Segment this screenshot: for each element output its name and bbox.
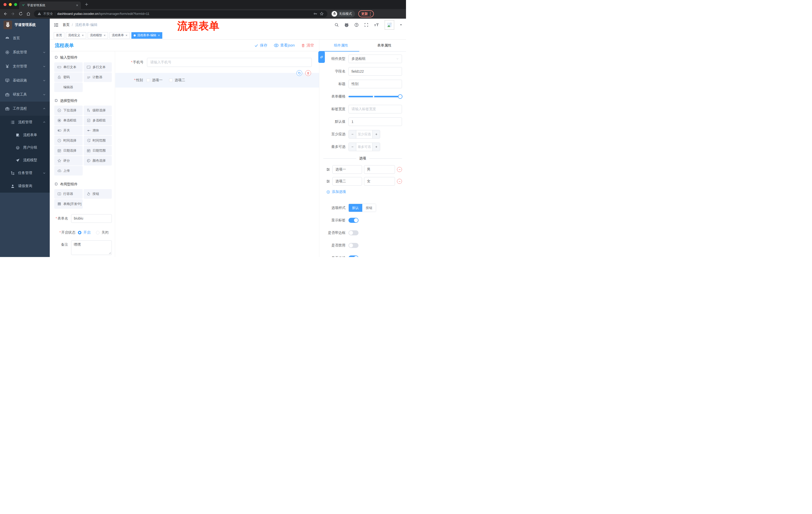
clear-button[interactable]: 清空 <box>301 43 314 48</box>
tag-process-definition[interactable]: 流程定义 <box>66 32 86 39</box>
phone-field-row[interactable]: *手机号 请输入手机号 <box>115 58 319 67</box>
browser-update-button[interactable]: 更新 <box>358 10 374 17</box>
reload-icon[interactable] <box>19 11 23 16</box>
sidebar-item-system[interactable]: 系统管理 <box>0 45 50 59</box>
palette-item-time-picker[interactable]: 时间选择 <box>54 136 83 145</box>
browser-menu-dots-icon[interactable] <box>370 12 371 16</box>
macos-window-controls[interactable] <box>3 3 17 6</box>
border-toggle[interactable] <box>348 231 358 235</box>
status-off-label[interactable]: 关闭 <box>102 231 109 235</box>
new-tab-button[interactable] <box>84 2 89 6</box>
browser-tab[interactable]: 芋道管理系统 <box>19 1 81 9</box>
decrease-button[interactable] <box>349 130 356 138</box>
decrease-button[interactable] <box>349 143 356 151</box>
min-select-input[interactable]: 至少应选 <box>356 130 372 138</box>
sidebar-item-process-model[interactable]: 流程模型 <box>0 154 50 166</box>
address-bar[interactable]: 不安全 dashboard.yudao.iocoder.cn/bpm/manag… <box>34 10 327 17</box>
increase-button[interactable] <box>372 130 380 138</box>
field-name-input[interactable]: field122 <box>348 67 402 76</box>
maximize-window-icon[interactable] <box>14 3 17 6</box>
remove-option-button[interactable] <box>397 167 402 172</box>
palette-item-row-container[interactable]: 行容器 <box>54 189 83 199</box>
copy-component-button[interactable] <box>296 70 302 76</box>
option-1-value-input[interactable]: 男 <box>364 165 395 174</box>
sidebar-item-devtools[interactable]: 研发工具 <box>0 87 50 102</box>
increase-button[interactable] <box>372 143 380 151</box>
sidebar-item-leave-query[interactable]: 请假查询 <box>0 180 50 193</box>
status-off-radio[interactable] <box>96 231 99 234</box>
tag-close-icon[interactable] <box>125 34 127 36</box>
palette-item-single-line-text[interactable]: 单行文本 <box>54 62 83 72</box>
app-logo[interactable]: 芋道管理系统 <box>0 19 50 31</box>
github-icon[interactable] <box>344 23 349 27</box>
breadcrumb-home[interactable]: 首页 <box>63 23 69 27</box>
tag-process-form-edit-active[interactable]: 流程表单-编辑 <box>132 32 162 39</box>
drag-handle-icon[interactable] <box>326 179 330 183</box>
palette-item-button[interactable]: 按钮 <box>84 189 112 199</box>
default-value-input[interactable]: 1 <box>348 117 402 126</box>
tab-close-icon[interactable] <box>76 4 78 6</box>
palette-item-upload[interactable]: 上传 <box>54 166 83 175</box>
status-on-radio[interactable] <box>78 231 81 234</box>
phone-input[interactable]: 请输入手机号 <box>147 58 312 67</box>
status-on-label[interactable]: 开启 <box>83 231 90 235</box>
tag-close-icon[interactable] <box>82 34 84 36</box>
fullscreen-icon[interactable] <box>364 23 369 27</box>
tag-close-icon[interactable] <box>104 34 106 36</box>
option-1-label-input[interactable]: 选项一 <box>332 165 362 174</box>
font-size-icon[interactable] <box>374 23 379 27</box>
gender-option-1[interactable]: 选项一 <box>146 78 163 82</box>
tab-form-props[interactable]: 表单属性 <box>363 40 406 51</box>
sidebar-item-workflow[interactable]: 工作流程 <box>0 102 50 116</box>
remark-textarea[interactable]: 嘿嘿 <box>71 240 112 255</box>
form-name-input[interactable]: biubiu <box>71 214 112 223</box>
component-type-select[interactable]: 多选框组 <box>348 55 402 63</box>
avatar-broken-image[interactable] <box>385 20 394 30</box>
view-json-button[interactable]: 查看json <box>274 43 295 48</box>
style-default-button[interactable]: 默认 <box>349 204 362 212</box>
title-input[interactable]: 性别 <box>348 80 402 88</box>
checkbox-icon[interactable] <box>169 78 173 82</box>
option-2-label-input[interactable]: 选项二 <box>332 177 362 186</box>
sidebar-item-task-management[interactable]: 任务管理 <box>0 166 50 180</box>
slider-handle[interactable] <box>398 94 403 99</box>
close-window-icon[interactable] <box>3 3 6 6</box>
palette-item-color-picker[interactable]: 颜色选择 <box>84 156 112 165</box>
palette-item-multi-line-text[interactable]: 多行文本 <box>84 62 112 72</box>
delete-component-button[interactable] <box>305 70 311 76</box>
sidebar-collapse-icon[interactable] <box>50 23 63 27</box>
required-toggle[interactable] <box>348 255 358 257</box>
remove-option-button[interactable] <box>397 179 402 184</box>
sidebar-item-payment[interactable]: 支付管理 <box>0 59 50 74</box>
tag-close-icon[interactable] <box>158 34 160 36</box>
link-badge[interactable] <box>318 51 325 63</box>
option-2-value-input[interactable]: 女 <box>364 177 395 186</box>
palette-item-rate[interactable]: 评分 <box>54 156 83 165</box>
palette-item-slider[interactable]: 滑块 <box>84 126 112 135</box>
back-icon[interactable] <box>3 11 7 16</box>
tag-home[interactable]: 首页 <box>54 32 64 39</box>
style-button-button[interactable]: 按钮 <box>362 204 376 212</box>
minimize-window-icon[interactable] <box>9 3 12 6</box>
max-select-input[interactable]: 最多可选 <box>356 143 372 151</box>
palette-item-password[interactable]: 密码 <box>54 73 83 82</box>
security-label[interactable]: 不安全 <box>43 11 53 16</box>
palette-item-radio-group[interactable]: 单选框组 <box>54 116 83 125</box>
sidebar-item-process-management[interactable]: 流程管理 <box>0 116 50 129</box>
sidebar-item-user-group[interactable]: 用户分组 <box>0 141 50 154</box>
sidebar-item-infrastructure[interactable]: 基础设施 <box>0 74 50 87</box>
label-width-input[interactable]: 请输入标签宽度 <box>348 105 402 113</box>
sidebar-item-process-form[interactable]: 流程表单 <box>0 129 50 141</box>
gender-field-selected-block[interactable]: *性别 选项一 选项二 <box>115 73 319 87</box>
tag-process-form[interactable]: 流程表单 <box>110 32 130 39</box>
palette-item-checkbox-group[interactable]: 多选框组 <box>84 116 112 125</box>
form-grid-slider[interactable] <box>348 92 402 101</box>
tab-component-props[interactable]: 组件属性 <box>319 40 363 51</box>
url-text[interactable]: dashboard.yudao.iocoder.cn/bpm/manager/f… <box>57 12 149 16</box>
bookmark-star-icon[interactable] <box>320 11 324 16</box>
drag-handle-icon[interactable] <box>326 167 330 171</box>
home-icon[interactable] <box>26 11 31 16</box>
gender-option-2[interactable]: 选项二 <box>169 78 185 82</box>
palette-item-editor[interactable]: 编辑器 <box>54 82 83 92</box>
tag-process-model[interactable]: 流程模型 <box>88 32 108 39</box>
